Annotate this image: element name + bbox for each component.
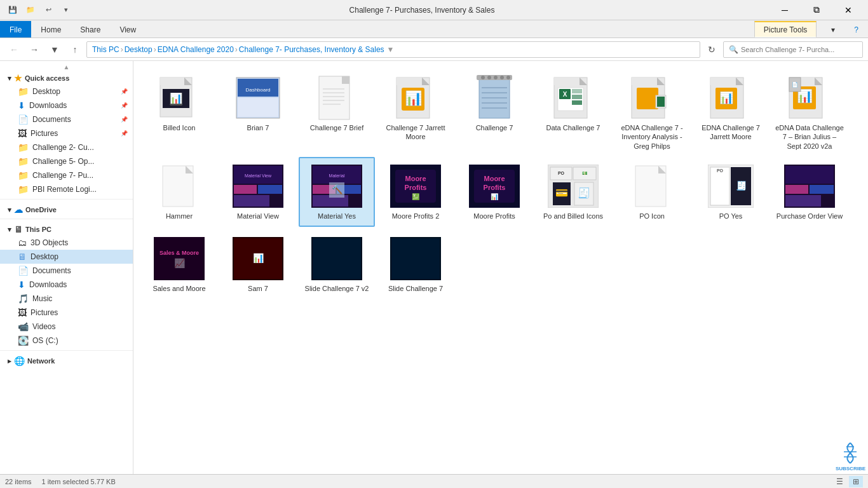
file-item-poicon[interactable]: PO Icon [614,157,690,227]
sidebar-header-quickaccess[interactable]: ▾ ★ Quick access [0,71,133,85]
svg-rect-67 [234,185,257,194]
svg-text:Moore: Moore [405,175,426,182]
subscribe-text: SUBSCRIBE [836,466,865,471]
view-icons-button[interactable]: ⊞ [849,476,863,487]
sidebar-item-3dobjects[interactable]: 🗂 3D Objects [0,236,133,250]
sidebar-item-pbiremote[interactable]: 📁 PBI Remote Logi... [0,182,133,196]
file-item-slidechallenge7[interactable]: Slide Challenge 7 [377,229,454,299]
up-button[interactable]: ↑ [66,41,84,58]
sidebar-item-osc[interactable]: 💽 OS (C:) [0,334,133,348]
file-item-mooreprofits[interactable]: Moore Profits 📊 Moore Profits [456,157,532,227]
address-path[interactable]: This PC › Desktop › EDNA Challenge 2020 … [86,41,700,58]
sidebar-item-desktop[interactable]: 📁 Desktop 📌 [0,85,133,98]
svg-text:📊: 📊 [170,92,182,104]
qat-save[interactable]: 💾 [5,3,20,18]
svg-text:🧾: 🧾 [578,187,590,199]
sidebar-divider1 [0,199,133,200]
sidebar-item-documents2[interactable]: 📄 Documents [0,264,133,278]
tab-view[interactable]: View [110,21,146,37]
qat-undo[interactable]: ↩ [41,3,56,18]
search-box[interactable]: 🔍 [723,41,863,58]
file-label: Po and Billed Icons [543,212,603,220]
file-item-pobilled[interactable]: PO 💵 💳 🧾 Po and Billed Icons [535,157,611,227]
file-item-challenge7brief[interactable]: Challenge 7 Brief [299,69,375,154]
sidebar-item-downloads2[interactable]: ⬇ Downloads [0,278,133,292]
thispc-icon: 🖥 [14,224,23,234]
file-item-sam7[interactable]: 📊 Sam 7 [220,229,296,299]
svg-text:📊: 📊 [405,90,423,107]
file-item-edna-data[interactable]: 📊 📄 eDNA Data Challenge 7 – Brian Julius… [771,69,848,154]
sidebar-item-videos[interactable]: 📹 Videos [0,320,133,334]
file-item-slidechallenge7v2[interactable]: Slide Challenge 7 v2 [299,229,375,299]
file-item-challenge7jarrett[interactable]: 📊 Challenge 7 Jarrett Moore [377,69,454,154]
forward-button[interactable]: → [25,41,43,58]
sidebar-item-pictures[interactable]: 🖼 Pictures 📌 [0,126,133,140]
onedrive-icon: ☁ [14,205,23,215]
3d-icon: 🗂 [18,238,27,248]
refresh-button[interactable]: ↻ [703,41,721,58]
svg-rect-68 [258,185,282,194]
svg-rect-43 [572,95,582,99]
documents-icon2: 📄 [18,266,29,276]
search-icon: 🔍 [729,45,738,54]
challenge7brief-svg [318,75,356,121]
pictures-icon2: 🖼 [18,308,27,318]
folder-icon3: 📁 [18,156,29,166]
sidebar-header-onedrive[interactable]: ▾ ☁ OneDrive [0,202,133,216]
slidechallenge7-svg [390,237,441,280]
file-item-mooreprofits2[interactable]: Moore Profits 💹 Moore Profits 2 [377,157,454,227]
restore-button[interactable]: ⧉ [802,0,831,20]
sidebar-item-desktop2[interactable]: 🖥 Desktop [0,250,133,264]
file-label: Sales and Moore [153,284,205,293]
sidebar-item-challenge7[interactable]: 📁 Challenge 7- Pu... [0,168,133,182]
file-item-materialyes[interactable]: Material 🔨 Material Yes [299,157,375,227]
svg-rect-37 [554,78,580,85]
folder-icon2: 📁 [18,142,29,152]
sidebar-item-documents[interactable]: 📄 Documents 📌 [0,112,133,126]
path-thispc[interactable]: This PC [92,45,119,54]
scroll-up[interactable]: ▲ [0,64,133,71]
dna-logo [837,440,863,466]
tab-share[interactable]: Share [71,21,110,37]
view-list-button[interactable]: ☰ [832,476,846,487]
tab-file[interactable]: File [0,21,31,37]
minimize-button[interactable]: ─ [770,0,799,20]
file-item-challenge7[interactable]: Challenge 7 [456,69,532,154]
recent-button[interactable]: ▼ [46,41,64,58]
sidebar-item-downloads[interactable]: ⬇ Downloads 📌 [0,98,133,112]
desktop-icon: 🖥 [18,252,27,262]
file-item-salesmoore[interactable]: Sales & Moore 📈 Sales and Moore [141,229,217,299]
file-item-edna-inv[interactable]: eDNA Challenge 7 - Inventory Analysis - … [614,69,690,154]
sidebar: ▲ ▾ ★ Quick access 📁 Desktop 📌 ⬇ Downloa… [0,61,133,474]
tab-picture-tools[interactable]: Picture Tools [754,21,817,37]
sidebar-item-challenge5[interactable]: 📁 Challenge 5- Op... [0,154,133,168]
ribbon-collapse[interactable]: ▾ [822,21,844,37]
qat-folder[interactable]: 📁 [23,3,38,18]
file-item-poyes[interactable]: 🧾 PO PO Yes [693,157,769,227]
tab-home[interactable]: Home [31,21,71,37]
search-input[interactable] [741,46,857,53]
path-edna[interactable]: EDNA Challenge 2020 [158,45,234,54]
sidebar-item-challenge2[interactable]: 📁 Challenge 2- Cu... [0,140,133,154]
file-item-brian7[interactable]: Dashboard Brian 7 [220,69,296,154]
path-dropdown[interactable]: ▼ [387,45,395,54]
window-controls: ─ ⧉ ✕ [770,0,863,20]
qat-dropdown[interactable]: ▾ [58,3,74,18]
back-button[interactable]: ← [5,41,23,58]
path-desktop[interactable]: Desktop [125,45,153,54]
close-button[interactable]: ✕ [834,0,863,20]
sidebar-header-network[interactable]: ▸ 🌐 Network [0,353,133,367]
file-item-purchaseorderview[interactable]: Purchase Order View [771,157,848,227]
file-item-billed-icon[interactable]: ⬛ 📊 Billed Icon [141,69,217,154]
svg-rect-42 [572,89,582,93]
ribbon-help[interactable]: ? [844,21,868,37]
file-item-materialview[interactable]: Material View Material View [220,157,296,227]
sidebar-item-music[interactable]: 🎵 Music [0,292,133,306]
file-item-datachallenge7[interactable]: X Data Challenge 7 [535,69,611,154]
file-item-hammer[interactable]: Hammer [141,157,217,227]
sidebar-item-pictures2[interactable]: 🖼 Pictures [0,306,133,320]
file-item-edna-jarrett[interactable]: 📊 EDNA Challenge 7 Jarrett Moore [693,69,769,154]
item-count: 22 items [5,478,32,485]
sidebar-header-thispc[interactable]: ▾ 🖥 This PC [0,222,133,236]
path-challenge7[interactable]: Challenge 7- Purchases, Inventory & Sale… [239,45,384,54]
